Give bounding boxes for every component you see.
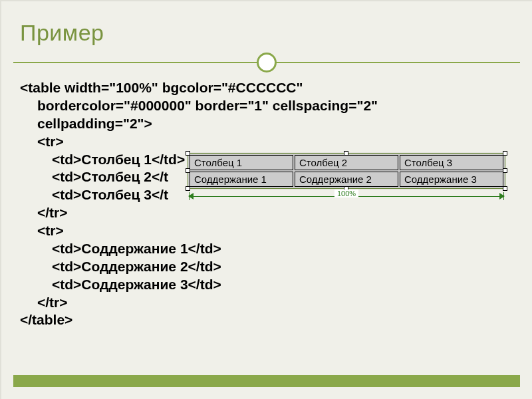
code-line: bordercolor="#000000" border="1" cellspa…	[20, 97, 513, 115]
table-cell: Соддержание 3	[400, 172, 503, 187]
resize-handle-icon[interactable]	[186, 168, 190, 173]
code-line: </tr>	[20, 294, 513, 312]
title-area: Пример	[1, 1, 532, 53]
code-line: </tr>	[20, 204, 513, 222]
resize-handle-icon[interactable]	[186, 186, 190, 191]
code-line: </table>	[20, 312, 72, 327]
table-cell: Столбец 1	[190, 155, 293, 170]
table-cell: Столбец 2	[295, 155, 398, 170]
table-cell: Столбец 3	[400, 155, 503, 170]
code-line: <td>Соддержание 1</td>	[20, 240, 513, 258]
table-cell: Соддержание 2	[295, 172, 398, 187]
resize-handle-icon[interactable]	[503, 168, 507, 173]
resize-handle-icon[interactable]	[186, 151, 190, 156]
example-table-preview: Столбец 1 Столбец 2 Столбец 3 Соддержани…	[188, 153, 505, 189]
tick-icon	[503, 192, 504, 200]
resize-handle-icon[interactable]	[503, 151, 507, 156]
table-row: Соддержание 1 Соддержание 2 Соддержание …	[190, 172, 503, 187]
table-row: Столбец 1 Столбец 2 Столбец 3	[190, 155, 503, 170]
divider-circle-icon	[257, 53, 277, 72]
table-cell: Соддержание 1	[190, 172, 293, 187]
width-indicator: 100%	[188, 191, 505, 204]
resize-handle-icon[interactable]	[503, 186, 507, 191]
slide: Пример <table width="100%" bgcolor="#CCC…	[0, 0, 532, 399]
code-line: <table width="100%" bgcolor="#CCCCCC"	[20, 80, 303, 95]
code-line: <td>Соддержание 2</td>	[20, 258, 513, 276]
code-line: cellpadding="2">	[20, 115, 513, 133]
code-line: <td>Соддержание 3</td>	[20, 276, 513, 294]
footer-bar	[13, 375, 520, 387]
code-line: <tr>	[20, 133, 513, 151]
code-line: <tr>	[20, 222, 513, 240]
resize-handle-icon[interactable]	[344, 151, 348, 156]
width-label: 100%	[334, 190, 358, 198]
code-block: <table width="100%" bgcolor="#CCCCCC" bo…	[20, 79, 513, 329]
rendered-table: Столбец 1 Столбец 2 Столбец 3 Соддержани…	[188, 154, 505, 188]
slide-title: Пример	[1, 1, 532, 53]
title-divider	[1, 53, 532, 72]
